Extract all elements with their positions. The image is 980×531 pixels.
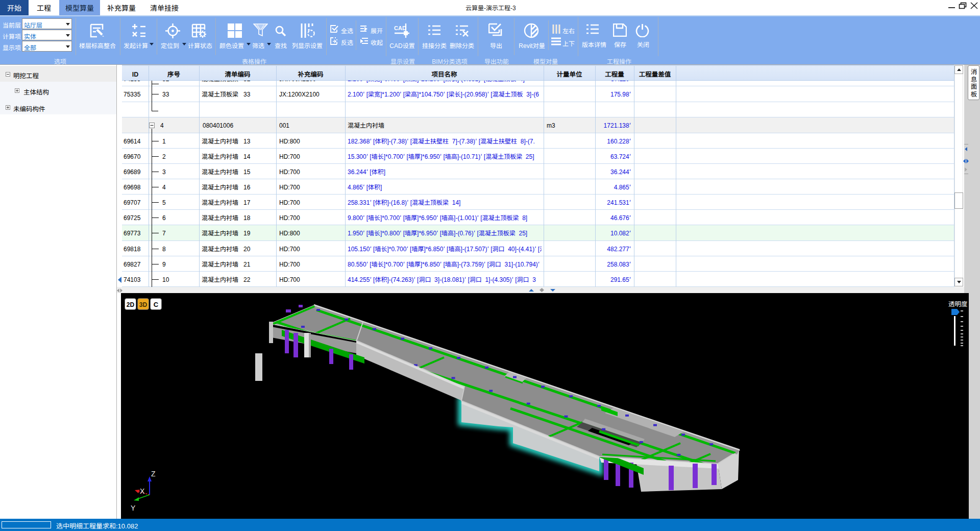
svg-text:Y: Y <box>131 502 136 513</box>
svg-text:CAD: CAD <box>394 25 406 31</box>
svg-text:Z: Z <box>151 468 156 478</box>
svg-text:X: X <box>140 486 145 496</box>
